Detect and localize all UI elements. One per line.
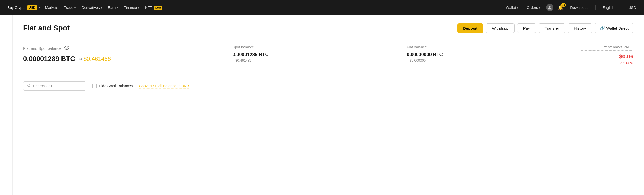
spot-balance-btc: 0.00001289 BTC <box>232 52 285 57</box>
history-button[interactable]: History <box>568 23 592 33</box>
fiat-balance-usd: ≈ $0.000000 <box>407 58 459 62</box>
page-header: Fiat and Spot Deposit Withdraw Pay Trans… <box>23 23 633 33</box>
total-balance-btc: 0.00001289 BTC <box>23 55 75 63</box>
page-title: Fiat and Spot <box>23 24 70 32</box>
fiat-balance-col: Fiat balance 0.00000000 BTC ≈ $0.000000 <box>407 45 459 62</box>
convert-small-balance-link[interactable]: Convert Small Balance to BNB <box>139 84 189 88</box>
main-wrapper: Fiat and Spot Deposit Withdraw Pay Trans… <box>0 15 644 195</box>
balance-left: Fiat and Spot balance 0.00001289 BTC ≈$0… <box>23 45 111 63</box>
withdraw-button[interactable]: Withdraw <box>486 23 515 33</box>
buy-crypto-chevron: ▾ <box>39 6 40 9</box>
fiat-balance-btc: 0.00000000 BTC <box>407 52 459 57</box>
pnl-chevron-icon[interactable]: › <box>632 45 633 49</box>
nft-nav[interactable]: NFT New <box>142 4 165 11</box>
search-filter-row: Hide Small Balances Convert Small Balanc… <box>23 81 633 91</box>
trade-nav[interactable]: Trade ▾ <box>61 4 78 11</box>
earn-chevron: ▾ <box>117 6 118 9</box>
user-avatar[interactable] <box>546 4 553 11</box>
spot-balance-usd: ≈ $0.461486 <box>232 58 285 62</box>
markets-nav[interactable]: Markets <box>43 4 61 11</box>
downloads-nav[interactable]: Downloads <box>568 4 591 11</box>
hide-small-balances-checkbox[interactable] <box>92 84 97 88</box>
language-nav[interactable]: English <box>600 4 617 11</box>
buy-crypto-label: Buy Crypto <box>7 6 25 10</box>
svg-point-1 <box>28 84 30 87</box>
notifications-button[interactable]: 🔔 19 <box>557 4 564 12</box>
toggle-visibility-icon[interactable] <box>64 45 69 52</box>
nav-divider <box>595 5 596 10</box>
search-input[interactable] <box>33 84 82 88</box>
nav-divider-2 <box>621 5 621 10</box>
trade-chevron: ▾ <box>74 6 76 9</box>
usd-badge: USD <box>27 5 37 10</box>
search-box <box>23 81 86 91</box>
sidebar <box>0 15 13 195</box>
pay-button[interactable]: Pay <box>517 23 536 33</box>
spot-balance-label: Spot balance <box>232 45 285 49</box>
pnl-value: -$0.06 <box>581 53 633 60</box>
derivatives-chevron: ▾ <box>101 6 102 9</box>
link-icon: 🔗 <box>600 26 605 30</box>
orders-chevron: ▾ <box>539 6 540 9</box>
orders-nav[interactable]: Orders ▾ <box>524 4 543 11</box>
buy-crypto-button[interactable]: Buy Crypto USD ▾ <box>5 4 42 12</box>
deposit-button[interactable]: Deposit <box>457 23 483 33</box>
nft-badge: New <box>154 6 162 10</box>
wallet-nav[interactable]: Wallet ▾ <box>503 4 521 11</box>
svg-point-0 <box>66 47 67 48</box>
fiat-balance-label: Fiat balance <box>407 45 459 49</box>
balance-section: Fiat and Spot balance 0.00001289 BTC ≈$0… <box>23 42 633 73</box>
spot-balance-col: Spot balance 0.00001289 BTC ≈ $0.461486 <box>232 45 285 62</box>
transfer-button[interactable]: Transfer <box>539 23 565 33</box>
action-buttons: Deposit Withdraw Pay Transfer History 🔗 … <box>457 23 633 33</box>
svg-line-2 <box>30 86 30 87</box>
derivatives-nav[interactable]: Derivatives ▾ <box>79 4 105 11</box>
approx-symbol: ≈ <box>79 56 82 62</box>
notification-count: 19 <box>561 3 566 7</box>
pnl-col: Yesterday's PNL › -$0.06 -11.68% <box>581 45 633 65</box>
currency-nav[interactable]: USD <box>626 4 639 11</box>
finance-chevron: ▾ <box>138 6 139 9</box>
finance-nav[interactable]: Finance ▾ <box>121 4 142 11</box>
content-area: Fiat and Spot Deposit Withdraw Pay Trans… <box>13 15 644 195</box>
pnl-label: Yesterday's PNL › <box>581 45 633 51</box>
total-balance-usd: ≈$0.461486 <box>79 56 111 62</box>
earn-nav[interactable]: Earn ▾ <box>105 4 121 11</box>
search-icon <box>27 84 31 88</box>
balance-label: Fiat and Spot balance <box>23 45 111 52</box>
wallet-direct-button[interactable]: 🔗 Wallet Direct <box>595 23 633 33</box>
hide-small-balances-toggle[interactable]: Hide Small Balances <box>92 84 133 88</box>
top-navigation: Buy Crypto USD ▾ Markets Trade ▾ Derivat… <box>0 0 644 15</box>
hide-small-balances-label: Hide Small Balances <box>99 84 133 88</box>
wallet-chevron: ▾ <box>517 6 518 9</box>
pnl-percent: -11.68% <box>581 61 633 65</box>
balance-main: 0.00001289 BTC ≈$0.461486 <box>23 55 111 63</box>
